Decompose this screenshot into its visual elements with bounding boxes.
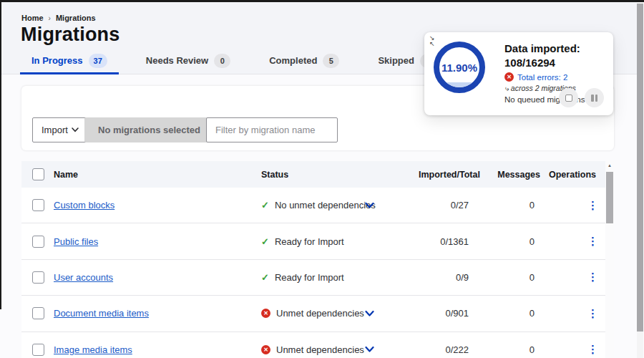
migration-name-link[interactable]: Document media items	[54, 308, 149, 319]
row-checkbox[interactable]	[32, 307, 44, 319]
tab-count-badge: 5	[323, 54, 339, 68]
import-dropdown-button[interactable]: Import	[32, 117, 88, 142]
breadcrumb-separator-icon: ›	[49, 14, 51, 22]
row-checkbox[interactable]	[32, 271, 44, 284]
messages-count: 0	[469, 344, 540, 355]
table-row: User accounts ✓ Ready for Import 0/9 0 ⋮	[21, 260, 614, 296]
select-all-checkbox[interactable]	[32, 168, 44, 180]
page-title: Migrations	[21, 24, 120, 46]
check-icon: ✓	[261, 200, 269, 211]
hook-arrow-icon: ⤷	[504, 84, 509, 92]
progress-percent: 11.90%	[441, 62, 477, 74]
table-body: Custom blocks ✓ No unmet dependencies 0/…	[21, 188, 614, 358]
collapse-arrow-up-left-icon: ↖	[429, 42, 435, 47]
collapse-card-icon[interactable]: ↘ ↖	[429, 36, 435, 47]
breadcrumb-current: Migrations	[56, 14, 96, 22]
imported-total-value: 0/222	[419, 344, 469, 355]
table-scrollbar-thumb[interactable]	[606, 172, 613, 223]
chevron-down-icon	[365, 310, 374, 316]
column-header-operations: Operations	[540, 170, 614, 180]
operations-kebab-icon[interactable]: ⋮	[587, 344, 598, 354]
expand-status-button[interactable]	[364, 345, 376, 354]
table-header-row: Name Status Imported/Total Messages Oper…	[21, 161, 614, 188]
migration-name-link[interactable]: Public files	[54, 236, 98, 247]
tab-label: Completed	[269, 55, 317, 66]
chevron-down-icon	[72, 127, 79, 132]
page-scrollbar-thumb[interactable]	[637, 4, 643, 332]
scroll-up-icon[interactable]: ▲	[605, 161, 614, 170]
status-text: No unmet dependencies	[275, 200, 376, 211]
column-header-status: Status	[254, 170, 419, 180]
column-header-name: Name	[54, 170, 254, 180]
status-text: Ready for Import	[275, 272, 344, 283]
status-cell: ✓ Ready for Import	[254, 236, 419, 247]
migration-name-link[interactable]: User accounts	[54, 272, 113, 283]
imported-total-value: 0/9	[419, 272, 469, 283]
error-icon: ✕	[261, 345, 270, 354]
status-text: Unmet dependencies	[276, 344, 364, 355]
chevron-down-icon	[365, 202, 374, 208]
status-cell: ✓ Ready for Import	[254, 272, 419, 283]
table-row: Public files ✓ Ready for Import 0/1361 0…	[21, 223, 614, 259]
window-left-edge	[0, 0, 1, 309]
table-scrollbar[interactable]: ▲	[605, 161, 614, 358]
chevron-down-icon	[365, 347, 374, 353]
operations-kebab-icon[interactable]: ⋮	[587, 271, 598, 282]
progress-ring: 11.90%	[434, 42, 485, 93]
table-row: Custom blocks ✓ No unmet dependencies 0/…	[21, 188, 614, 223]
messages-count: 0	[469, 200, 540, 211]
migration-controls	[559, 88, 604, 107]
table-row: Document media items ✕ Unmet dependencie…	[21, 296, 614, 332]
tab-label: Needs Review	[146, 55, 208, 66]
migration-name-link[interactable]: Image media items	[54, 344, 132, 355]
check-icon: ✓	[261, 236, 269, 247]
table-row: Image media items ✕ Unmet dependencies 0…	[21, 332, 614, 358]
page-scrollbar[interactable]	[637, 2, 643, 358]
window-top-edge	[0, 0, 644, 2]
stop-button[interactable]	[559, 88, 578, 107]
migrations-page: Home › Migrations Migrations In Progress…	[0, 0, 644, 358]
pause-icon	[591, 95, 597, 102]
operations-kebab-icon[interactable]: ⋮	[587, 236, 598, 246]
progress-ring-fill	[439, 82, 479, 87]
breadcrumb: Home › Migrations	[21, 14, 96, 22]
data-imported-heading: Data imported: 108/16294	[504, 42, 606, 69]
filter-migration-input[interactable]	[206, 117, 338, 142]
migrations-table: Name Status Imported/Total Messages Oper…	[21, 161, 614, 358]
no-migrations-selected-button: No migrations selected	[84, 117, 214, 142]
tab-completed[interactable]: Completed 5	[258, 49, 351, 74]
status-cell: ✕ Unmet dependencies	[254, 344, 419, 355]
tab-count-badge: 37	[89, 54, 107, 68]
status-text: Ready for Import	[275, 236, 344, 247]
tab-in-progress[interactable]: In Progress 37	[20, 49, 119, 74]
imported-total-value: 0/901	[419, 308, 469, 319]
operations-kebab-icon[interactable]: ⋮	[587, 200, 598, 211]
messages-count: 0	[469, 308, 540, 319]
migration-name-link[interactable]: Custom blocks	[54, 200, 114, 211]
operations-kebab-icon[interactable]: ⋮	[587, 308, 598, 319]
status-cell: ✓ No unmet dependencies	[254, 200, 419, 211]
row-checkbox[interactable]	[32, 236, 44, 248]
imported-total-value: 0/1361	[419, 236, 469, 247]
tab-label: In Progress	[31, 55, 83, 66]
row-checkbox[interactable]	[32, 199, 44, 211]
tab-count-badge: 0	[214, 54, 230, 68]
import-progress-card: ↘ ↖ 11.90% Data imported: 108/16294 ✕ To…	[424, 32, 613, 115]
error-icon: ✕	[261, 309, 270, 318]
messages-count: 0	[469, 272, 540, 283]
stop-icon	[565, 95, 572, 102]
column-header-messages: Messages	[469, 170, 540, 180]
status-text: Unmet dependencies	[276, 308, 364, 319]
expand-status-button[interactable]	[364, 200, 376, 210]
error-icon: ✕	[504, 72, 514, 82]
expand-status-button[interactable]	[364, 309, 376, 318]
check-icon: ✓	[261, 272, 269, 283]
messages-count: 0	[469, 236, 540, 247]
column-header-imported: Imported/Total	[419, 170, 469, 180]
pause-button[interactable]	[585, 88, 604, 107]
tab-needs-review[interactable]: Needs Review 0	[135, 49, 242, 74]
total-errors-link[interactable]: ✕ Total errors: 2	[504, 72, 606, 82]
breadcrumb-home-link[interactable]: Home	[21, 14, 44, 22]
row-checkbox[interactable]	[32, 344, 44, 356]
imported-total-value: 0/27	[419, 200, 469, 211]
